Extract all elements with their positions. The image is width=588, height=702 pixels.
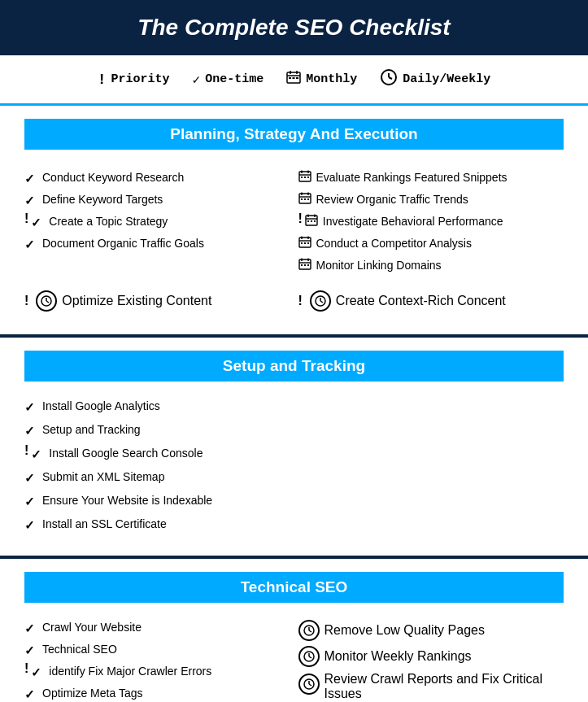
priority-marker: ! (24, 211, 28, 226)
section-setup: Setup and Tracking ✓ Install Google Anal… (0, 351, 588, 559)
technical-right-col: Remove Low Quality Pages Monitor Weekly … (298, 617, 564, 702)
svg-rect-44 (307, 264, 309, 266)
list-item: ✓ Define Keyword Targets (24, 190, 290, 211)
check-icon: ✓ (24, 642, 39, 659)
svg-line-47 (46, 301, 49, 303)
list-item: ✓ Install Google Search Console (31, 443, 203, 465)
daily-clock-icon (298, 620, 320, 641)
list-item: Review Crawl Reports and Fix Critical Is… (298, 669, 564, 702)
header: The Complete SEO Checklist (0, 0, 588, 55)
check-icon: ✓ (24, 493, 39, 510)
list-item: ✓ Create a Topic Strategy (31, 211, 168, 233)
planning-daily-right: ! Create Context-Rich Concent (298, 287, 564, 315)
section-technical-header: Technical SEO (24, 572, 564, 603)
item-text: Conduct Keyword Research (42, 170, 184, 186)
calendar-icon (298, 236, 313, 253)
item-text: Technical SEO (42, 642, 117, 658)
check-icon: ✓ (31, 214, 46, 231)
item-text: Investigate Behavioral Performance (323, 214, 503, 230)
check-icon: ✓ (24, 469, 39, 486)
item-text: Review Crawl Reports and Fix Critical Is… (324, 672, 564, 701)
item-text: Submit an XML Sitemap (42, 469, 164, 486)
technical-left-col: ✓ Crawl Your Website ✓ Technical SEO ! ✓… (24, 617, 290, 702)
checkmark-icon: ✓ (193, 72, 201, 88)
svg-rect-4 (289, 77, 291, 79)
svg-line-56 (309, 656, 311, 658)
svg-rect-43 (304, 264, 306, 266)
daily-clock-icon (298, 674, 320, 695)
calendar-icon (298, 258, 313, 275)
list-item: Review Organic Traffic Trends (298, 190, 564, 211)
section-setup-header: Setup and Tracking (24, 351, 564, 382)
list-item: ✓ Ensure Your Website is Indexable (24, 491, 564, 512)
item-text: Ensure Your Website is Indexable (42, 493, 212, 509)
legend-daily: Daily/Weekly (380, 68, 490, 90)
calendar-icon (286, 70, 301, 89)
priority-marker: ! (24, 294, 28, 308)
item-text: Conduct a Competitor Analysis (316, 236, 472, 252)
item-text: Evaluate Rankings Featured Snippets (316, 170, 507, 186)
check-icon: ✓ (24, 236, 39, 253)
legend-onetime-label: One-time (205, 72, 264, 86)
item-text: Setup and Tracking (42, 422, 141, 438)
calendar-icon (298, 170, 313, 187)
item-text: Create Context-Rich Concent (336, 294, 506, 308)
check-icon: ✓ (24, 620, 39, 637)
section-technical: Technical SEO ✓ Crawl Your Website ✓ Tec… (0, 572, 588, 702)
svg-rect-6 (296, 77, 298, 79)
legend-monthly-label: Monthly (306, 72, 357, 86)
priority-marker: ! (24, 661, 28, 676)
item-text: Install an SSL Certificate (42, 517, 167, 533)
svg-rect-28 (307, 220, 309, 222)
svg-rect-30 (314, 220, 316, 222)
check-icon: ✓ (31, 446, 46, 463)
item-text: Optimize Meta Tags (42, 686, 142, 702)
list-item: ✓ Install Google Analytics (24, 396, 564, 418)
svg-rect-14 (301, 177, 303, 178)
list-item: Monitor Weekly Rankings (298, 643, 564, 669)
daily-clock-icon (310, 290, 331, 312)
svg-line-59 (309, 684, 311, 686)
priority-marker: ! (298, 294, 303, 308)
check-icon: ✓ (31, 664, 46, 681)
item-text: Monitor Weekly Rankings (324, 649, 472, 664)
svg-line-53 (309, 630, 311, 632)
item-text: Review Organic Traffic Trends (316, 192, 468, 208)
daily-clock-icon (298, 646, 320, 667)
item-text: identify Fix Major Crawler Errors (49, 664, 211, 680)
planning-right-col: Evaluate Rankings Featured Snippets Revi… (298, 168, 564, 277)
priority-marker: ! (298, 211, 303, 226)
svg-line-50 (320, 301, 323, 303)
svg-rect-35 (301, 242, 303, 244)
calendar-icon (298, 192, 313, 209)
item-text: Monitor Linking Domains (316, 258, 442, 274)
section-technical-title: Technical SEO (241, 578, 348, 595)
item-text: Crawl Your Website (42, 620, 142, 636)
svg-rect-42 (301, 264, 303, 266)
section-planning: Planning, Strategy And Execution ✓ Condu… (0, 119, 588, 338)
item-text: Optimize Existing Content (62, 294, 211, 308)
legend-priority: ! Priority (98, 72, 170, 88)
exclamation-icon: ! (98, 72, 107, 88)
item-text: Document Organic Traffic Goals (42, 236, 204, 252)
list-item: ✓ Technical SEO (24, 639, 290, 661)
legend-monthly: Monthly (286, 70, 357, 89)
legend-onetime: ✓ One-time (193, 72, 264, 88)
priority-marker: ! (24, 443, 28, 458)
item-text: Remove Low Quality Pages (324, 623, 485, 638)
legend-bar: ! Priority ✓ One-time Monthly (0, 55, 588, 106)
planning-daily-grid: ! Optimize Existing Content ! Create Con… (0, 284, 588, 321)
list-item: ✓ Install an SSL Certificate (24, 514, 564, 536)
list-item: ✓ Submit an XML Sitemap (24, 467, 564, 489)
calendar-icon (305, 214, 320, 231)
item-text: Create a Topic Strategy (49, 214, 168, 230)
list-item: Evaluate Rankings Featured Snippets (298, 168, 564, 190)
list-item: ✓ identify Fix Major Crawler Errors (31, 661, 211, 683)
list-item: Investigate Behavioral Performance (305, 211, 503, 233)
planning-left-col: ✓ Conduct Keyword Research ✓ Define Keyw… (24, 168, 290, 277)
check-icon: ✓ (24, 422, 39, 439)
legend-daily-label: Daily/Weekly (403, 72, 490, 86)
item-text: Define Keyword Targets (42, 192, 163, 208)
list-item: Remove Low Quality Pages (298, 617, 564, 643)
section-planning-header: Planning, Strategy And Execution (24, 119, 564, 150)
